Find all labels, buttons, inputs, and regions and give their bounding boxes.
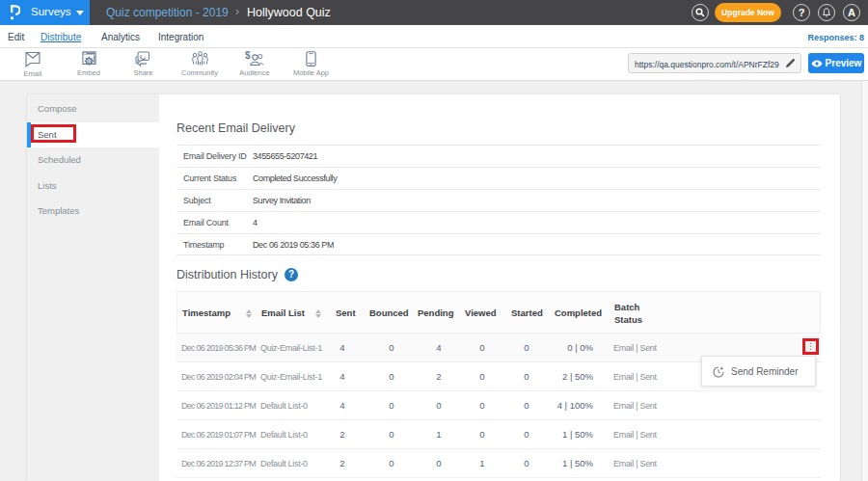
svg-text:$: $ — [245, 51, 251, 61]
